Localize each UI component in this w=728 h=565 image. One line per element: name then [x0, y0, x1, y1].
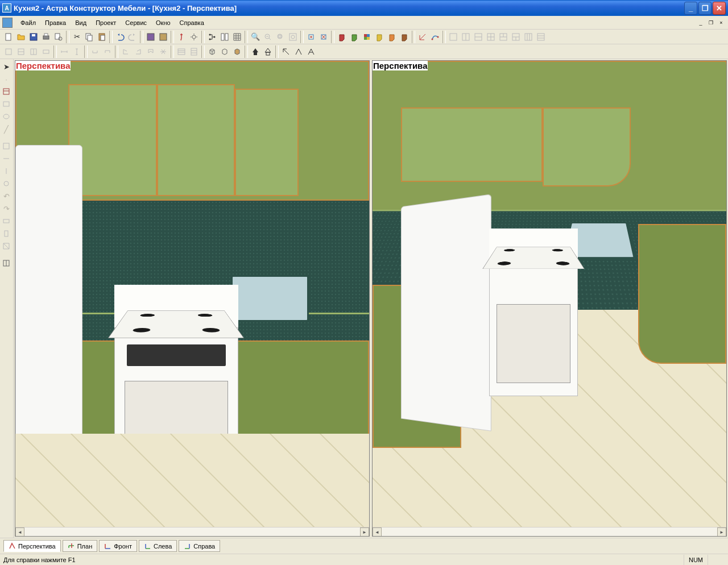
paste-button[interactable] [96, 31, 108, 43]
table-list-button[interactable] [175, 45, 188, 58]
extra-a-button[interactable] [0, 140, 13, 152]
model-orange-button[interactable] [386, 31, 398, 43]
undo-button[interactable] [114, 31, 126, 43]
draw-a-button[interactable] [280, 45, 292, 58]
menu-file[interactable]: Файл [16, 18, 40, 27]
rotate-ccw-button[interactable]: ↶ [0, 190, 13, 202]
point-tool-button[interactable]: · [0, 73, 13, 85]
model-multi-button[interactable] [361, 31, 373, 43]
model-green-button[interactable] [348, 31, 361, 43]
scroll-right-button[interactable]: ► [717, 527, 726, 537]
tab-plan[interactable]: План [63, 540, 98, 552]
circle-tool-button[interactable] [0, 110, 13, 123]
door-c-button[interactable] [144, 45, 157, 58]
panel-a-button[interactable] [2, 45, 15, 58]
dim-b-button[interactable] [71, 45, 83, 58]
tree-button[interactable] [206, 31, 218, 43]
zoom-in-button[interactable]: 🔍 [249, 31, 262, 43]
model-brown-button[interactable] [398, 31, 411, 43]
scrollbar-right[interactable]: ◄ ► [373, 527, 726, 536]
line-tool-button[interactable]: ╱ [0, 123, 13, 135]
render-b-button[interactable] [262, 45, 274, 58]
layout6-button[interactable] [510, 31, 522, 43]
path-button[interactable] [429, 31, 441, 43]
print-preview-button[interactable] [52, 31, 65, 43]
box-b-button[interactable] [218, 45, 231, 58]
layout4-button[interactable] [485, 31, 497, 43]
mdi-minimize-button[interactable]: _ [696, 19, 705, 27]
maximize-button[interactable]: ❐ [698, 2, 712, 15]
redo-button[interactable] [126, 31, 139, 43]
hardware-button[interactable] [188, 31, 200, 43]
zoom-window-button[interactable] [274, 31, 287, 43]
snap-center-button[interactable] [305, 31, 317, 43]
model-red-button[interactable] [336, 31, 348, 43]
panel-b-button[interactable] [15, 45, 27, 58]
minimize-button[interactable]: _ [684, 2, 697, 15]
extra-i-button[interactable] [0, 240, 13, 252]
extra-b-button[interactable] [0, 152, 13, 165]
draw-b-button[interactable] [292, 45, 305, 58]
zoom-out-button[interactable] [262, 31, 274, 43]
layout5-button[interactable] [497, 31, 510, 43]
door-a-button[interactable] [119, 45, 132, 58]
library-tool-button[interactable] [0, 85, 13, 98]
tab-perspective[interactable]: Перспектива [3, 540, 61, 552]
handle-a-button[interactable] [89, 45, 101, 58]
grid-button[interactable] [231, 31, 243, 43]
scroll-left-button[interactable]: ◄ [373, 527, 382, 537]
close-button[interactable]: ✕ [713, 2, 726, 15]
menu-help[interactable]: Справка [175, 18, 209, 27]
extra-h-button[interactable] [0, 227, 13, 240]
tab-left[interactable]: Слева [139, 540, 177, 552]
new-button[interactable] [2, 31, 15, 43]
viewport-left[interactable]: Перспектива [15, 60, 370, 537]
layout7-button[interactable] [522, 31, 535, 43]
cabinet-tool-button[interactable] [0, 257, 13, 269]
panel-c-button[interactable] [27, 45, 40, 58]
mdi-restore-button[interactable]: ❐ [706, 19, 715, 27]
layout1-button[interactable] [447, 31, 460, 43]
scroll-right-button[interactable]: ► [360, 527, 369, 537]
cut-button[interactable]: ✂ [71, 31, 83, 43]
open-button[interactable] [15, 31, 27, 43]
rotate-cw-button[interactable]: ↷ [0, 202, 13, 215]
texture-button[interactable] [157, 31, 169, 43]
box-a-button[interactable] [206, 45, 218, 58]
menu-view[interactable]: Вид [71, 18, 91, 27]
axis-button[interactable] [416, 31, 429, 43]
rect-tool-button[interactable] [0, 98, 13, 110]
draw-c-button[interactable] [305, 45, 317, 58]
zoom-fit-button[interactable] [287, 31, 299, 43]
box-c-button[interactable] [231, 45, 243, 58]
menu-project[interactable]: Проект [91, 18, 121, 27]
handle-b-button[interactable] [101, 45, 114, 58]
model-yellow-button[interactable] [373, 31, 386, 43]
render-a-button[interactable] [249, 45, 262, 58]
door-d-button[interactable] [157, 45, 169, 58]
layout8-button[interactable] [535, 31, 547, 43]
viewport-right[interactable]: Перспектива [372, 60, 727, 537]
menu-window[interactable]: Окно [151, 18, 175, 27]
extra-g-button[interactable] [0, 215, 13, 227]
scroll-left-button[interactable]: ◄ [15, 527, 24, 537]
select-tool-button[interactable]: ➤ [0, 60, 13, 73]
cabinet-list-button[interactable] [188, 45, 200, 58]
pin-button[interactable] [175, 31, 188, 43]
menu-service[interactable]: Сервис [121, 18, 151, 27]
layout2-button[interactable] [460, 31, 472, 43]
split-button[interactable] [218, 31, 231, 43]
extra-d-button[interactable] [0, 177, 13, 190]
snap-x-button[interactable] [317, 31, 330, 43]
layout3-button[interactable] [472, 31, 485, 43]
print-button[interactable] [40, 31, 52, 43]
menu-edit[interactable]: Правка [40, 18, 71, 27]
material-button[interactable] [144, 31, 157, 43]
tab-front[interactable]: Фронт [99, 540, 137, 552]
tab-right[interactable]: Справа [179, 540, 220, 552]
extra-c-button[interactable] [0, 165, 13, 177]
door-b-button[interactable] [132, 45, 144, 58]
panel-d-button[interactable] [40, 45, 52, 58]
scrollbar-left[interactable]: ◄ ► [15, 527, 369, 536]
mdi-close-button[interactable]: × [717, 19, 726, 27]
